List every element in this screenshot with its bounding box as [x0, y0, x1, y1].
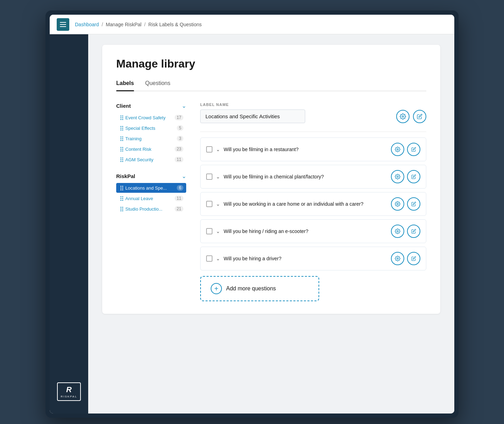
label-name-section: LABEL NAME [200, 103, 426, 123]
item-label-special-effects: Special Effects [125, 126, 155, 131]
breadcrumb: Dashboard / Manage RiskPal / Risk Labels… [75, 22, 202, 27]
drag-handle-icon [120, 207, 123, 211]
question-text: Will you be hiring a driver? [224, 256, 281, 261]
drag-handle-icon [120, 126, 123, 130]
list-item-studio-productio[interactable]: Studio Productio... 21 [116, 204, 186, 214]
question-text: Will you be filming in a chemical plant/… [224, 174, 324, 179]
settings-icon-button[interactable] [396, 110, 410, 123]
tabs-bar: Labels Questions [116, 80, 426, 91]
group-riskpal-header[interactable]: RiskPal ⌄ [116, 173, 186, 179]
item-label-locations: Locations and Spe... [125, 185, 167, 191]
question-edit-button[interactable] [407, 143, 420, 156]
field-label: LABEL NAME [200, 103, 426, 107]
logo-letter: R [61, 385, 77, 394]
item-left: Studio Productio... [120, 206, 162, 212]
item-label-content-risk: Content Risk [125, 147, 151, 152]
item-count-content-risk: 23 [175, 146, 183, 152]
question-checkbox[interactable] [206, 228, 212, 234]
svg-point-0 [402, 115, 404, 117]
item-left: Locations and Spe... [120, 185, 167, 191]
breadcrumb-current: Risk Labels & Questions [148, 22, 202, 27]
item-left: Content Risk [120, 147, 151, 152]
table-row: ⌄ Will you be working in a care home or … [200, 192, 426, 216]
drag-handle-icon [120, 136, 123, 141]
list-item-training[interactable]: Training 3 [116, 134, 186, 143]
question-settings-button[interactable] [391, 170, 404, 183]
question-checkbox[interactable] [206, 255, 212, 262]
question-edit-button[interactable] [407, 170, 420, 183]
item-label-annual-leave: Annual Leave [125, 196, 153, 201]
breadcrumb-sep2: / [144, 22, 146, 27]
question-edit-button[interactable] [407, 225, 420, 238]
breadcrumb-dashboard[interactable]: Dashboard [75, 22, 99, 27]
question-actions [391, 170, 420, 183]
list-item-content-risk[interactable]: Content Risk 23 [116, 144, 186, 154]
tab-labels[interactable]: Labels [116, 80, 134, 91]
expand-icon[interactable]: ⌄ [216, 147, 220, 152]
item-count-studio-productio: 21 [175, 206, 183, 212]
label-name-row [200, 109, 426, 123]
inner-frame: Dashboard / Manage RiskPal / Risk Labels… [50, 15, 454, 414]
chevron-down-icon: ⌄ [182, 173, 186, 179]
item-left: Training [120, 136, 141, 141]
question-settings-button[interactable] [391, 143, 404, 156]
item-count-locations: 6 [177, 185, 183, 191]
question-edit-button[interactable] [407, 252, 420, 265]
question-text: Will you be hiring / riding an e-scooter… [224, 228, 308, 234]
list-item-locations-and-spe[interactable]: Locations and Spe... 6 [116, 183, 186, 193]
expand-icon[interactable]: ⌄ [216, 201, 220, 207]
question-settings-button[interactable] [391, 225, 404, 238]
question-checkbox[interactable] [206, 174, 212, 180]
item-left: AGM Security [120, 157, 153, 162]
svg-point-1 [397, 149, 398, 150]
question-settings-button[interactable] [391, 252, 404, 265]
two-col-layout: Client ⌄ Event Crowd Safety [116, 103, 426, 301]
question-actions [391, 225, 420, 238]
question-text: Will you be working in a care home or an… [224, 201, 363, 207]
item-label-studio-productio: Studio Productio... [125, 206, 162, 212]
drag-handle-icon [120, 196, 123, 201]
menu-button[interactable] [57, 18, 69, 31]
outer-frame: Dashboard / Manage RiskPal / Risk Labels… [46, 10, 458, 418]
question-text: Will you be filming in a restaurant? [224, 147, 299, 152]
page-card: Manage library Labels Questions [102, 45, 440, 314]
expand-icon[interactable]: ⌄ [216, 256, 220, 261]
item-count-special-effects: 5 [177, 125, 183, 131]
content-area: Manage library Labels Questions [88, 34, 454, 414]
item-left: Event Crowd Safety [120, 115, 166, 120]
sidebar: R RISKPAL [50, 34, 88, 414]
question-checkbox[interactable] [206, 146, 212, 153]
table-row: ⌄ Will you be hiring a driver? [200, 247, 426, 270]
question-actions [391, 143, 420, 156]
list-item-annual-leave[interactable]: Annual Leave 11 [116, 193, 186, 203]
edit-icon-button[interactable] [413, 110, 426, 123]
list-item-special-effects[interactable]: Special Effects 5 [116, 123, 186, 133]
drag-handle-icon [120, 186, 123, 190]
tab-questions[interactable]: Questions [145, 80, 170, 91]
list-item-agm-security[interactable]: AGM Security 11 [116, 155, 186, 164]
item-count-training: 3 [177, 136, 183, 141]
drag-handle-icon [120, 157, 123, 162]
group-client-title: Client [116, 103, 131, 109]
expand-icon[interactable]: ⌄ [216, 228, 220, 234]
question-edit-button[interactable] [407, 197, 420, 211]
main-layout: R RISKPAL Manage library Labels Question… [50, 34, 454, 414]
logo-box: R RISKPAL [57, 382, 80, 401]
group-riskpal: RiskPal ⌄ Locations and Spe... [116, 173, 186, 214]
list-item-event-crowd-safety[interactable]: Event Crowd Safety 17 [116, 113, 186, 122]
item-label-training: Training [125, 136, 141, 141]
add-more-questions-button[interactable]: + Add more questions [200, 276, 319, 301]
label-name-input[interactable] [200, 109, 305, 123]
group-client-header[interactable]: Client ⌄ [116, 103, 186, 109]
item-left: Annual Leave [120, 196, 153, 201]
item-label-event-crowd-safety: Event Crowd Safety [125, 115, 166, 120]
page-title: Manage library [116, 57, 426, 70]
question-left: ⌄ Will you be filming in a restaurant? [206, 146, 299, 153]
question-checkbox[interactable] [206, 201, 212, 207]
svg-point-4 [397, 231, 398, 232]
group-riskpal-title: RiskPal [116, 173, 135, 179]
item-count-agm-security: 11 [175, 157, 183, 162]
table-row: ⌄ Will you be filming in a chemical plan… [200, 165, 426, 189]
question-settings-button[interactable] [391, 197, 404, 211]
expand-icon[interactable]: ⌄ [216, 174, 220, 179]
